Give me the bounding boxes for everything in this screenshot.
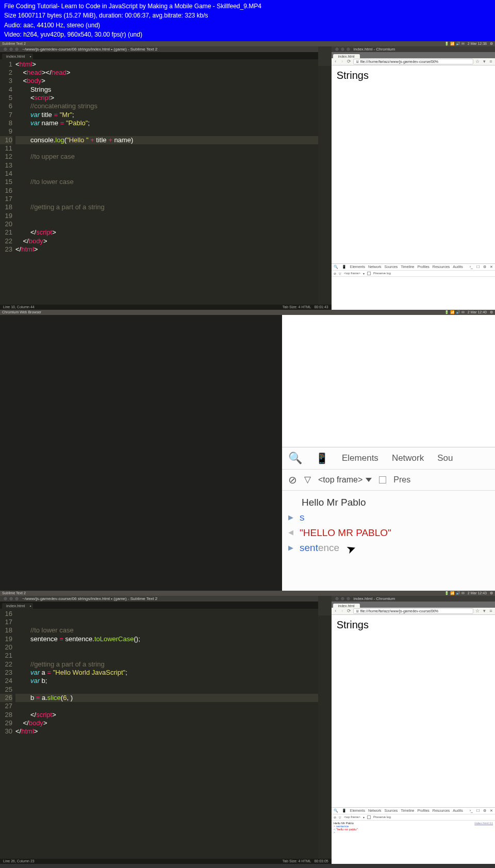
tray-icons[interactable]: 🔋 📶 🔊 ✉ bbox=[444, 42, 465, 46]
device-icon[interactable]: 📱 bbox=[316, 452, 328, 464]
clock[interactable]: 2 Mar 12:40 bbox=[468, 310, 487, 314]
clear-icon[interactable]: ⊘ bbox=[288, 474, 297, 486]
close-icon[interactable] bbox=[335, 47, 339, 52]
devtools-tab[interactable]: Profiles bbox=[417, 265, 429, 269]
console-output[interactable]: Hello Mr Pabloindex.html:11> sentence< "… bbox=[332, 821, 495, 835]
devtools-tab[interactable]: Audits bbox=[453, 265, 463, 269]
menu-icon[interactable]: ≡ bbox=[488, 608, 493, 613]
tray-icons[interactable]: 🔋 📶 🔊 ✉ bbox=[444, 591, 465, 595]
star-icon[interactable]: ☆ bbox=[475, 608, 480, 613]
devtools-tab[interactable]: Elements bbox=[350, 265, 365, 269]
url-input[interactable]: 🗎file:///home/fariazz/www/js-gamedev-cou… bbox=[353, 59, 473, 64]
code-editor-area[interactable]: 161718192021222324252627282930 //to lowe… bbox=[0, 609, 332, 736]
minimap[interactable] bbox=[318, 46, 332, 305]
devtools-tab[interactable]: Timeline bbox=[401, 809, 414, 812]
device-icon[interactable]: 📱 bbox=[342, 265, 346, 269]
preserve-log-checkbox[interactable] bbox=[367, 272, 371, 275]
chevron-down-icon[interactable]: ▾ bbox=[363, 272, 365, 275]
chrome-titlebar[interactable]: index.html - Chromium bbox=[332, 46, 495, 52]
console-icon[interactable]: ›_ bbox=[470, 265, 473, 269]
maximize-icon[interactable] bbox=[346, 596, 351, 601]
search-icon[interactable]: 🔍 bbox=[334, 265, 338, 269]
settings-icon[interactable]: ⚙ bbox=[483, 265, 486, 269]
maximize-icon[interactable] bbox=[14, 596, 19, 601]
chevron-down-icon[interactable] bbox=[366, 478, 372, 482]
devtools-tab[interactable]: Profiles bbox=[417, 809, 429, 812]
browser-tab[interactable]: index.html bbox=[333, 54, 360, 58]
devtools-panel[interactable]: 🔍 📱 ElementsNetworkSourcesTimelineProfil… bbox=[332, 807, 495, 864]
minimize-icon[interactable] bbox=[340, 47, 345, 52]
chrome-titlebar[interactable]: index.html - Chromium bbox=[332, 596, 495, 602]
pocket-icon[interactable]: ▾ bbox=[482, 59, 487, 64]
frame-selector[interactable]: <top frame> bbox=[318, 475, 362, 485]
syntax-info[interactable]: Tab Size: 4 HTML bbox=[283, 305, 311, 309]
clear-icon[interactable]: ⊘ bbox=[334, 815, 336, 819]
filter-icon[interactable]: ▽ bbox=[304, 474, 311, 485]
console-output[interactable]: Hello Mr Pablo ▶s ◀"HELLO MR PABLO" ▶sen… bbox=[282, 491, 495, 591]
chrome-tabs[interactable]: index.html bbox=[332, 52, 495, 58]
tab-index-html[interactable]: index.html • bbox=[2, 603, 33, 609]
settings-icon[interactable]: ⚙ bbox=[490, 591, 493, 595]
minimap[interactable] bbox=[318, 596, 332, 859]
browser-tab[interactable]: index.html bbox=[333, 604, 360, 608]
clock[interactable]: 2 Mar 12:43 bbox=[468, 591, 487, 595]
sublime-titlebar[interactable]: ~/www/js-gamedev-course/06 strings/index… bbox=[0, 596, 332, 602]
search-icon[interactable]: 🔍 bbox=[334, 809, 338, 813]
close-icon[interactable] bbox=[3, 47, 8, 52]
back-button[interactable]: ‹ bbox=[333, 59, 338, 64]
menu-icon[interactable]: ≡ bbox=[488, 59, 493, 64]
frame-selector[interactable]: <top frame> bbox=[344, 272, 360, 275]
forward-button[interactable]: › bbox=[340, 608, 345, 613]
back-button[interactable]: ‹ bbox=[333, 608, 338, 613]
code-editor-area[interactable]: 1234567891011121314151617181920212223 <h… bbox=[0, 59, 332, 254]
frame-selector[interactable]: <top frame> bbox=[344, 815, 360, 819]
close-icon[interactable]: ✕ bbox=[490, 265, 493, 269]
minimize-icon[interactable] bbox=[9, 47, 13, 52]
filter-icon[interactable]: ▽ bbox=[339, 272, 341, 275]
devtools-tab[interactable]: Resources bbox=[433, 809, 450, 812]
devtools-tab[interactable]: Sources bbox=[385, 809, 398, 812]
pocket-icon[interactable]: ▾ bbox=[482, 608, 487, 613]
maximize-icon[interactable] bbox=[346, 47, 351, 52]
preserve-log-checkbox[interactable] bbox=[379, 476, 386, 483]
devtools-zoomed[interactable]: 🔍 📱 Elements Network Sou ⊘ ▽ <top frame>… bbox=[282, 447, 495, 591]
forward-button[interactable]: › bbox=[340, 59, 345, 64]
tray-icons[interactable]: 🔋 📶 🔊 ✉ bbox=[444, 310, 465, 314]
minimize-icon[interactable] bbox=[9, 596, 13, 601]
preserve-log-checkbox[interactable] bbox=[367, 815, 371, 819]
close-icon[interactable] bbox=[335, 596, 339, 601]
devtools-tab[interactable]: Sou bbox=[437, 453, 453, 463]
tab-index-html[interactable]: index.html • bbox=[2, 54, 33, 59]
devtools-tab[interactable]: Network bbox=[368, 265, 382, 269]
clock[interactable]: 2 Mar 12:38 bbox=[468, 42, 487, 45]
settings-icon[interactable]: ⚙ bbox=[490, 310, 493, 314]
syntax-info[interactable]: Tab Size: 4 HTML bbox=[283, 859, 311, 863]
sublime-titlebar[interactable]: ~/www/js-gamedev-course/06 strings/index… bbox=[0, 46, 332, 52]
devtools-tab[interactable]: Elements bbox=[342, 453, 378, 463]
close-icon[interactable] bbox=[3, 596, 8, 601]
devtools-tab[interactable]: Network bbox=[392, 453, 424, 463]
devtools-tab[interactable]: Network bbox=[368, 809, 382, 812]
dock-icon[interactable]: ☐ bbox=[476, 809, 480, 813]
devtools-tab[interactable]: Elements bbox=[350, 809, 365, 812]
reload-button[interactable]: ⟳ bbox=[346, 608, 352, 613]
search-icon[interactable]: 🔍 bbox=[288, 452, 302, 465]
devtools-tab[interactable]: Timeline bbox=[401, 265, 414, 269]
devtools-tab[interactable]: Resources bbox=[433, 265, 450, 269]
maximize-icon[interactable] bbox=[14, 47, 19, 52]
console-icon[interactable]: ›_ bbox=[470, 809, 473, 812]
settings-icon[interactable]: ⚙ bbox=[483, 809, 486, 813]
editor-tabs[interactable]: index.html • bbox=[0, 602, 332, 609]
reload-button[interactable]: ⟳ bbox=[346, 59, 352, 64]
clear-icon[interactable]: ⊘ bbox=[334, 272, 336, 275]
devtools-panel[interactable]: 🔍 📱 ElementsNetworkSourcesTimelineProfil… bbox=[332, 263, 495, 310]
console-output[interactable] bbox=[332, 277, 495, 282]
chevron-down-icon[interactable]: ▾ bbox=[363, 815, 365, 819]
chrome-tabs[interactable]: index.html bbox=[332, 602, 495, 608]
close-icon[interactable]: ✕ bbox=[490, 809, 493, 813]
device-icon[interactable]: 📱 bbox=[342, 809, 346, 813]
editor-tabs[interactable]: index.html • bbox=[0, 52, 332, 59]
dock-icon[interactable]: ☐ bbox=[476, 265, 480, 269]
devtools-tab[interactable]: Audits bbox=[453, 809, 463, 812]
minimize-icon[interactable] bbox=[340, 596, 345, 601]
